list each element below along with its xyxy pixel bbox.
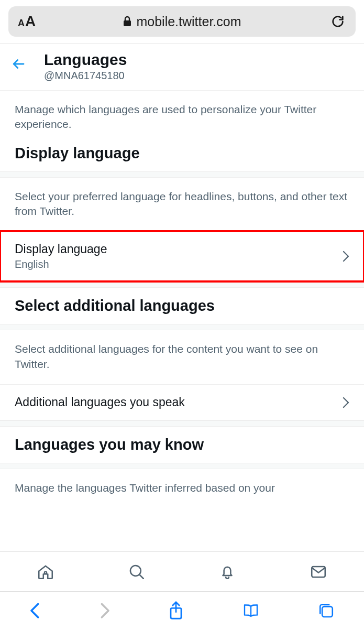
search-tab[interactable] bbox=[128, 563, 146, 581]
section-display-language-title: Display language bbox=[0, 145, 364, 171]
page-header: Languages @MNA61745180 bbox=[0, 44, 364, 91]
row-value: English bbox=[15, 258, 107, 270]
section-spacer bbox=[0, 324, 364, 330]
chevron-left-icon bbox=[29, 602, 41, 620]
section-display-language-desc: Select your preferred language for headl… bbox=[0, 178, 364, 232]
safari-url-bar: AA mobile.twitter.com bbox=[0, 0, 364, 43]
arrow-left-icon bbox=[10, 56, 26, 72]
svg-point-1 bbox=[45, 571, 47, 573]
back-button[interactable] bbox=[10, 56, 26, 72]
lock-icon bbox=[123, 16, 132, 27]
twitter-tabbar bbox=[0, 551, 364, 591]
svg-rect-5 bbox=[322, 606, 333, 617]
chevron-right-icon bbox=[342, 396, 349, 409]
safari-toolbar bbox=[0, 591, 364, 629]
share-button[interactable] bbox=[168, 601, 184, 621]
notifications-tab[interactable] bbox=[218, 563, 236, 581]
section-spacer bbox=[0, 281, 364, 288]
row-label: Additional languages you speak bbox=[15, 395, 185, 409]
section-spacer bbox=[0, 420, 364, 427]
tabs-button[interactable] bbox=[317, 602, 335, 620]
section-additional-languages-title: Select additional languages bbox=[0, 288, 364, 324]
book-icon bbox=[241, 603, 260, 619]
bell-icon bbox=[218, 563, 236, 581]
bookmarks-button[interactable] bbox=[241, 603, 260, 619]
envelope-icon bbox=[310, 563, 327, 581]
url-display[interactable]: mobile.twitter.com bbox=[123, 14, 241, 29]
additional-languages-row[interactable]: Additional languages you speak bbox=[0, 384, 364, 420]
user-handle: @MNA61745180 bbox=[44, 70, 127, 82]
page-intro-text: Manage which languages are used to perso… bbox=[0, 91, 364, 145]
chevron-right-icon bbox=[98, 602, 111, 620]
home-icon bbox=[37, 563, 54, 581]
messages-tab[interactable] bbox=[310, 563, 327, 581]
chevron-right-icon bbox=[342, 250, 349, 263]
search-icon bbox=[128, 563, 146, 581]
reload-button[interactable] bbox=[330, 14, 345, 29]
browser-forward-button bbox=[98, 602, 111, 620]
tabs-icon bbox=[317, 602, 335, 620]
section-spacer bbox=[0, 463, 364, 469]
page-title: Languages bbox=[44, 51, 127, 69]
display-language-row[interactable]: Display language English bbox=[0, 231, 364, 281]
reader-aa-button[interactable]: AA bbox=[18, 13, 36, 30]
section-spacer bbox=[0, 171, 364, 178]
url-pill[interactable]: AA mobile.twitter.com bbox=[8, 6, 356, 37]
section-languages-you-may-know-desc: Manage the languages Twitter inferred ba… bbox=[0, 469, 364, 495]
row-label: Display language bbox=[15, 242, 107, 256]
home-tab[interactable] bbox=[37, 563, 54, 581]
reload-icon bbox=[330, 14, 345, 29]
section-additional-languages-desc: Select additional languages for the cont… bbox=[0, 330, 364, 384]
section-languages-you-may-know-title: Languages you may know bbox=[0, 427, 364, 463]
share-icon bbox=[168, 601, 184, 621]
browser-back-button[interactable] bbox=[29, 602, 41, 620]
url-text: mobile.twitter.com bbox=[136, 14, 241, 29]
svg-rect-0 bbox=[124, 20, 131, 26]
